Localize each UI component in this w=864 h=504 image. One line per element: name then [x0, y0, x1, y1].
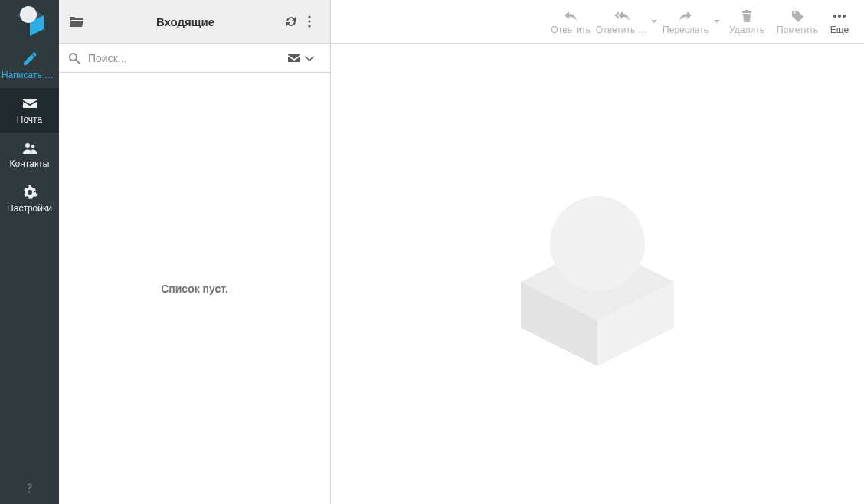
svg-point-8 — [308, 25, 310, 27]
svg-point-5 — [31, 145, 34, 149]
forward-button[interactable]: Переслать — [659, 0, 712, 43]
message-toolbar: Ответить Ответить в… Переслать — [331, 0, 864, 44]
svg-point-12 — [838, 15, 841, 18]
sidebar-item-settings[interactable]: Настройки — [0, 177, 59, 221]
envelope-icon — [287, 51, 304, 65]
more-button[interactable]: Еще — [823, 0, 856, 43]
delete-label: Удалить — [729, 25, 764, 35]
more-horizontal-icon — [832, 8, 847, 25]
svg-line-10 — [76, 60, 80, 64]
search-options-toggle[interactable] — [304, 53, 321, 64]
message-list-empty: Список пуст. — [59, 73, 330, 504]
mark-label: Пометить — [777, 25, 818, 35]
reply-icon — [563, 8, 578, 25]
svg-point-13 — [843, 15, 846, 18]
reply-all-button[interactable]: Ответить в… — [596, 0, 650, 43]
settings-label: Настройки — [2, 203, 57, 214]
compose-button[interactable]: Написать с… — [0, 44, 59, 88]
chevron-down-icon — [304, 53, 321, 64]
reply-all-label: Ответить в… — [596, 25, 650, 35]
trash-icon — [740, 8, 754, 25]
list-more-button[interactable] — [303, 15, 321, 28]
search-input[interactable] — [83, 52, 287, 64]
sidebar-item-mail[interactable]: Почта — [0, 88, 59, 133]
svg-point-17 — [550, 196, 645, 291]
forward-icon — [678, 8, 693, 25]
preview-empty — [331, 44, 864, 504]
refresh-button[interactable] — [284, 15, 303, 28]
svg-point-11 — [833, 15, 836, 18]
refresh-icon — [284, 15, 303, 28]
users-icon — [22, 140, 38, 155]
reply-label: Ответить — [551, 25, 590, 35]
message-list-panel: Входящие — [59, 0, 331, 504]
caret-down-icon — [651, 18, 657, 25]
tag-icon — [790, 8, 804, 25]
watermark-icon — [498, 175, 697, 374]
svg-point-4 — [25, 143, 30, 148]
gear-icon — [22, 185, 38, 200]
list-header: Входящие — [59, 0, 330, 44]
forward-label: Переслать — [663, 25, 709, 35]
help-button[interactable] — [0, 473, 59, 504]
search-icon — [68, 52, 83, 64]
forward-dropdown[interactable] — [712, 18, 722, 25]
mail-label: Почта — [2, 114, 57, 125]
help-icon — [22, 481, 38, 496]
search-scope-button[interactable] — [287, 51, 304, 65]
app-logo — [0, 0, 59, 44]
more-vertical-icon — [303, 15, 321, 28]
more-label: Еще — [830, 25, 849, 35]
folder-open-icon — [68, 13, 87, 30]
compose-icon — [22, 51, 38, 67]
caret-down-icon — [714, 18, 720, 25]
svg-point-9 — [70, 54, 77, 61]
delete-button[interactable]: Удалить — [722, 0, 772, 43]
reply-all-dropdown[interactable] — [650, 18, 659, 25]
sidebar-item-contacts[interactable]: Контакты — [0, 133, 59, 177]
search-bar — [59, 44, 330, 73]
svg-point-3 — [20, 6, 37, 23]
compose-label: Написать с… — [2, 70, 57, 80]
contacts-label: Контакты — [2, 159, 57, 169]
mark-button[interactable]: Пометить — [772, 0, 823, 43]
svg-point-6 — [308, 15, 310, 18]
empty-list-text: Список пуст. — [161, 283, 228, 295]
preview-pane: Ответить Ответить в… Переслать — [331, 0, 864, 504]
folder-title: Входящие — [87, 15, 284, 28]
sidebar: Написать с… Почта Контакты Настройки — [0, 0, 59, 504]
reply-button[interactable]: Ответить — [545, 0, 596, 43]
reply-all-icon — [614, 8, 631, 25]
folder-toggle-button[interactable] — [68, 13, 87, 30]
svg-point-7 — [308, 20, 310, 22]
envelope-icon — [22, 96, 38, 111]
